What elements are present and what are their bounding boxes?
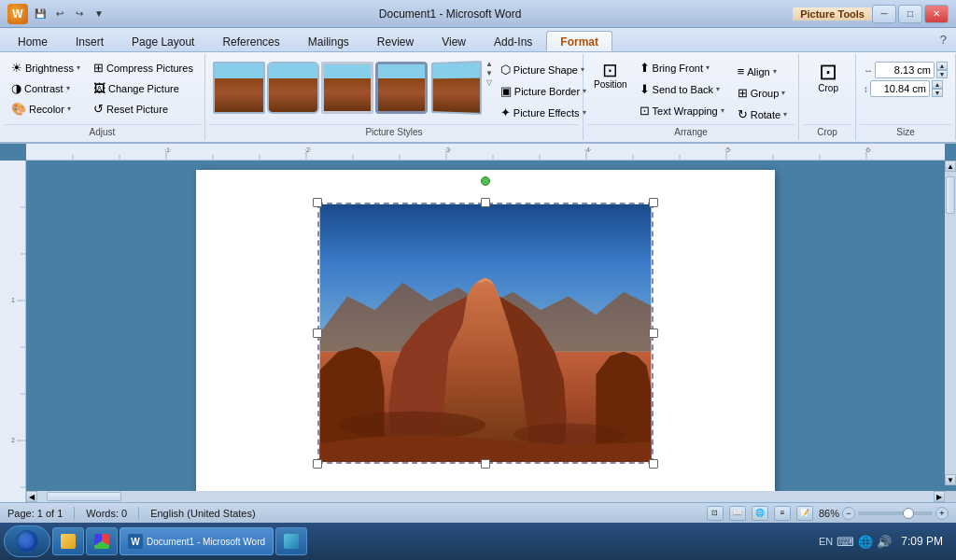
bring-front-button[interactable]: ⬆ Bring Front ▾ (634, 58, 730, 77)
scroll-right-button[interactable]: ▶ (934, 491, 945, 502)
width-down[interactable]: ▼ (936, 70, 948, 78)
tab-review[interactable]: Review (363, 31, 428, 51)
height-up[interactable]: ▲ (932, 80, 943, 89)
handle-top-center[interactable] (481, 198, 490, 207)
height-input[interactable] (870, 80, 930, 97)
pic-style-1[interactable] (213, 62, 265, 114)
recolor-button[interactable]: 🎨 Recolor ▾ (6, 99, 86, 119)
contrast-button[interactable]: ◑ Contrast ▾ (6, 78, 86, 98)
print-layout-button[interactable]: ⊡ (707, 506, 724, 521)
tab-mailings[interactable]: Mailings (294, 31, 363, 51)
picture-effects-button[interactable]: ✦ Picture Effects ▾ (495, 103, 592, 122)
crop-button[interactable]: ⊡ Crop (805, 58, 851, 96)
scroll-track-vertical[interactable] (945, 172, 956, 474)
handle-middle-right[interactable] (649, 329, 658, 338)
handle-bottom-right[interactable] (649, 459, 658, 469)
scroll-track-horizontal[interactable] (37, 491, 934, 502)
full-reading-button[interactable]: 📖 (729, 506, 746, 521)
keyboard-icon[interactable]: ⌨ (836, 535, 854, 549)
network-icon[interactable]: 🌐 (858, 535, 873, 549)
position-button[interactable]: ⊡ Position (589, 58, 632, 92)
brightness-button[interactable]: ☀ Brightness ▾ (6, 58, 86, 77)
pic-styles-scroll-down[interactable]: ▼ (485, 69, 493, 77)
en-language[interactable]: EN (819, 536, 833, 547)
help-button[interactable]: ? (935, 31, 952, 49)
tab-format[interactable]: Format (546, 31, 612, 51)
arrange-label: Arrange (587, 124, 794, 138)
tab-home[interactable]: Home (4, 31, 62, 51)
close-button[interactable]: ✕ (924, 5, 949, 23)
tab-insert[interactable]: Insert (62, 31, 118, 51)
tab-pagelayout[interactable]: Page Layout (118, 31, 208, 51)
text-wrapping-button[interactable]: ⊡ Text Wrapping ▾ (634, 101, 730, 120)
recolor-dropdown-arrow: ▾ (67, 105, 71, 113)
redo-qa-button[interactable]: ↪ (71, 6, 88, 22)
selected-image[interactable] (317, 203, 654, 464)
change-picture-button[interactable]: 🖼 Change Picture (88, 78, 199, 98)
rotate-handle[interactable] (481, 176, 490, 186)
tab-addins[interactable]: Add-Ins (480, 31, 546, 51)
tab-references[interactable]: References (208, 31, 293, 51)
speaker-icon[interactable]: 🔊 (877, 535, 892, 549)
minimize-button[interactable]: ─ (872, 5, 896, 23)
pic-options-col: ⬡ Picture Shape ▾ ▣ Picture Border ▾ ✦ P… (495, 58, 592, 124)
zoom-thumb[interactable] (903, 508, 914, 519)
scroll-left-button[interactable]: ◀ (26, 491, 37, 502)
height-down[interactable]: ▼ (932, 89, 943, 97)
svg-text:·2·: ·2· (304, 147, 312, 153)
pic-style-2[interactable] (267, 62, 319, 114)
svg-point-48 (513, 424, 624, 446)
undo-qa-button[interactable]: ↩ (51, 6, 68, 22)
web-layout-button[interactable]: 🌐 (752, 506, 768, 521)
pic-style-3[interactable] (321, 62, 373, 114)
arrange-group: ⊡ Position ⬆ Bring Front ▾ ⬇ Send to Bac… (583, 54, 799, 140)
width-up[interactable]: ▲ (936, 62, 948, 70)
window-controls: ─ □ ✕ (872, 5, 949, 23)
zoom-track[interactable] (858, 511, 933, 515)
zoom-out-button[interactable]: − (842, 507, 855, 520)
clock[interactable]: 7:09 PM (895, 533, 949, 550)
align-button[interactable]: ≡ Align ▾ (732, 62, 793, 81)
handle-middle-left[interactable] (313, 329, 322, 338)
scroll-thumb-horizontal[interactable] (47, 492, 121, 501)
pic-style-4[interactable] (375, 62, 428, 114)
tab-view[interactable]: View (428, 31, 480, 51)
handle-bottom-left[interactable] (313, 459, 322, 469)
scroll-up-button[interactable]: ▲ (945, 161, 956, 172)
compress-pictures-button[interactable]: ⊞ Compress Pictures (88, 58, 199, 77)
taskbar-chrome[interactable] (86, 527, 118, 555)
taskbar-app4[interactable] (275, 527, 307, 555)
scroll-thumb-vertical[interactable] (946, 176, 955, 214)
start-button[interactable] (4, 525, 50, 557)
handle-top-left[interactable] (313, 198, 322, 207)
picture-shape-button[interactable]: ⬡ Picture Shape ▾ (495, 60, 592, 79)
contrast-dropdown-arrow: ▾ (66, 84, 70, 92)
vertical-scrollbar: ▲ ▼ (945, 161, 956, 485)
draft-button[interactable]: 📝 (796, 506, 813, 521)
status-sep-2 (138, 507, 139, 520)
picture-border-button[interactable]: ▣ Picture Border ▾ (495, 81, 592, 101)
taskbar-explorer[interactable] (52, 527, 84, 555)
handle-bottom-center[interactable] (481, 459, 490, 469)
rotate-icon: ↻ (738, 107, 748, 121)
handle-top-right[interactable] (649, 198, 658, 207)
scroll-down-button[interactable]: ▼ (945, 474, 956, 485)
office-logo[interactable]: W (7, 4, 28, 24)
rotate-button[interactable]: ↻ Rotate ▾ (732, 105, 793, 124)
taskbar-word[interactable]: W Document1 - Microsoft Word (120, 527, 274, 555)
qa-dropdown-button[interactable]: ▼ (91, 6, 107, 22)
pic-style-5[interactable] (431, 61, 482, 115)
maximize-button[interactable]: □ (898, 5, 922, 23)
group-button[interactable]: ⊞ Group ▾ (732, 83, 793, 103)
pic-styles-expand[interactable]: ▽ (486, 78, 492, 87)
crop-group: ⊡ Crop Crop (799, 54, 856, 140)
crop-icon: ⊡ (819, 61, 837, 83)
send-back-button[interactable]: ⬇ Send to Back ▾ (634, 79, 730, 99)
save-qa-button[interactable]: 💾 (32, 6, 49, 22)
status-bar: Page: 1 of 1 Words: 0 English (United St… (0, 502, 956, 523)
zoom-in-button[interactable]: + (935, 507, 949, 520)
width-input[interactable] (875, 62, 935, 78)
reset-picture-button[interactable]: ↺ Reset Picture (88, 99, 199, 119)
pic-styles-scroll-up[interactable]: ▲ (485, 60, 493, 68)
outline-button[interactable]: ≡ (774, 506, 791, 521)
